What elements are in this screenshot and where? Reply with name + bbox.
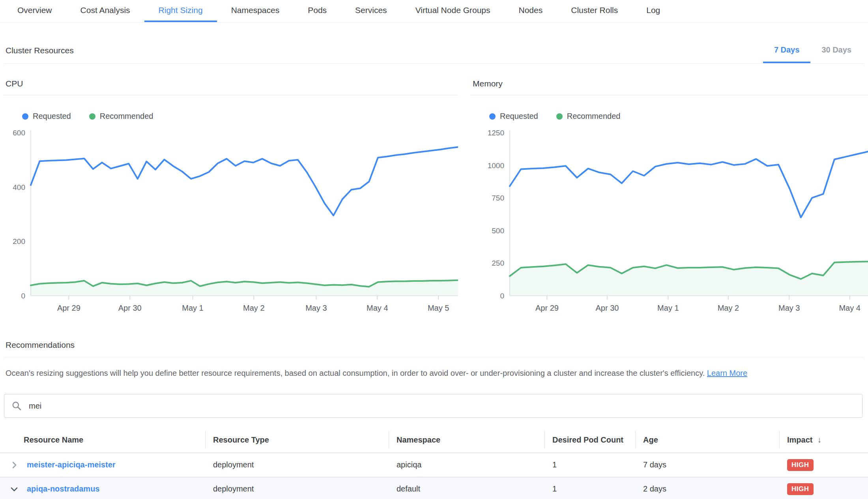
svg-text:Apr 29: Apr 29 (57, 304, 80, 312)
recommendations-description: Ocean's resizing suggestions will help y… (4, 368, 864, 379)
chevron-right-icon[interactable] (9, 460, 19, 470)
recommendations-title: Recommendations (4, 335, 864, 357)
legend-label: Recommended (100, 112, 153, 121)
cluster-resources-title: Cluster Resources (4, 38, 74, 63)
svg-text:May 2: May 2 (243, 304, 264, 312)
column-label: Resource Type (213, 435, 269, 445)
resource-type-cell: deployment (205, 460, 389, 469)
tab-pods[interactable]: Pods (294, 0, 341, 22)
tab-cluster-rolls[interactable]: Cluster Rolls (557, 0, 632, 22)
column-label: Namespace (397, 435, 440, 445)
svg-text:Apr 30: Apr 30 (596, 304, 619, 312)
svg-text:1000: 1000 (488, 161, 504, 170)
cpu-chart: 0200400600Apr 29Apr 30May 1May 2May 3May… (3, 127, 458, 313)
svg-text:600: 600 (13, 129, 25, 137)
svg-text:May 1: May 1 (182, 304, 203, 312)
tab-overview[interactable]: Overview (3, 0, 66, 22)
column-header-resource-name[interactable]: Resource Name (0, 427, 205, 452)
svg-text:0: 0 (500, 292, 504, 300)
legend-label: Recommended (567, 112, 621, 121)
legend-item-requested: Requested (489, 112, 538, 121)
column-label: Resource Name (24, 435, 83, 445)
memory-legend: Requested Recommended (489, 112, 868, 121)
svg-text:May 1: May 1 (657, 304, 679, 312)
svg-text:May 4: May 4 (367, 304, 388, 312)
recommended-dot-icon (89, 113, 95, 120)
cluster-resources-header: Cluster Resources 7 Days30 Days (4, 38, 864, 64)
resource-name-link[interactable]: meister-apiciqa-meister (27, 460, 116, 469)
sort-desc-icon[interactable]: ↓ (817, 435, 821, 445)
requested-dot-icon (489, 113, 496, 120)
range-7-days[interactable]: 7 Days (763, 38, 811, 63)
namespace-cell: default (389, 484, 544, 493)
tab-virtual-node-groups[interactable]: Virtual Node Groups (401, 0, 505, 22)
svg-text:500: 500 (492, 227, 504, 235)
table-row[interactable]: meister-apiciqa-meisterdeploymentapiciqa… (0, 453, 868, 477)
recommended-dot-icon (556, 113, 563, 120)
desired-pod-count-cell: 1 (544, 460, 635, 469)
time-range-toggle: 7 Days30 Days (763, 38, 862, 63)
legend-item-requested: Requested (22, 112, 71, 121)
column-header-age[interactable]: Age (635, 427, 779, 452)
recommendations-table: Resource NameResource TypeNamespaceDesir… (0, 427, 868, 499)
resource-type-cell: deployment (205, 484, 389, 493)
recommendations-section: Recommendations Ocean's resizing suggest… (4, 335, 864, 379)
age-cell: 2 days (635, 484, 779, 493)
svg-text:May 5: May 5 (428, 304, 449, 312)
desired-pod-count-cell: 1 (544, 484, 635, 493)
memory-panel: Memory Requested Recommended 02505007501… (470, 73, 868, 313)
table-header-row: Resource NameResource TypeNamespaceDesir… (0, 427, 868, 453)
impact-badge: HIGH (787, 483, 814, 495)
cpu-panel: CPU Requested Recommended 0200400600Apr … (3, 73, 458, 313)
column-header-desired-pod-count[interactable]: Desired Pod Count (544, 427, 635, 452)
svg-text:0: 0 (21, 292, 25, 300)
legend-label: Requested (33, 112, 71, 121)
tab-namespaces[interactable]: Namespaces (217, 0, 294, 22)
cpu-panel-title: CPU (3, 73, 458, 95)
svg-text:May 3: May 3 (778, 304, 800, 312)
svg-text:400: 400 (13, 183, 25, 191)
tab-nodes[interactable]: Nodes (505, 0, 557, 22)
memory-panel-title: Memory (470, 73, 868, 95)
column-header-impact[interactable]: Impact↓ (779, 427, 868, 452)
resource-name-link[interactable]: apiqa-nostradamus (27, 484, 99, 493)
search-input[interactable] (28, 401, 855, 411)
column-label: Desired Pod Count (552, 435, 623, 445)
legend-label: Requested (500, 112, 538, 121)
column-header-namespace[interactable]: Namespace (389, 427, 544, 452)
learn-more-link[interactable]: Learn More (707, 369, 747, 377)
tab-services[interactable]: Services (341, 0, 401, 22)
tab-cost-analysis[interactable]: Cost Analysis (66, 0, 144, 22)
svg-text:1250: 1250 (488, 129, 504, 137)
age-cell: 7 days (635, 460, 779, 469)
recommendations-text: Ocean's resizing suggestions will help y… (6, 369, 707, 377)
resource-name-cell: apiqa-nostradamus (0, 484, 205, 494)
legend-item-recommended: Recommended (556, 112, 621, 121)
legend-item-recommended: Recommended (89, 112, 153, 121)
range-30-days[interactable]: 30 Days (810, 38, 862, 63)
resource-name-cell: meister-apiciqa-meister (0, 460, 205, 470)
impact-cell: HIGH (779, 459, 868, 471)
cpu-legend: Requested Recommended (22, 112, 458, 121)
svg-text:Apr 30: Apr 30 (118, 304, 142, 312)
tab-bar: OverviewCost AnalysisRight SizingNamespa… (0, 0, 868, 23)
svg-text:May 3: May 3 (305, 304, 327, 312)
table-row[interactable]: apiqa-nostradamusdeploymentdefault12 day… (0, 477, 868, 499)
tab-log[interactable]: Log (632, 0, 674, 22)
column-label: Age (643, 435, 658, 445)
requested-dot-icon (22, 113, 28, 120)
chevron-down-icon[interactable] (9, 484, 19, 494)
column-header-resource-type[interactable]: Resource Type (205, 427, 389, 452)
column-label: Impact (787, 435, 812, 445)
namespace-cell: apiciqa (389, 460, 544, 469)
search-icon (11, 401, 22, 411)
impact-badge: HIGH (787, 459, 814, 471)
svg-text:250: 250 (492, 259, 504, 267)
svg-text:Apr 29: Apr 29 (535, 304, 559, 312)
tab-right-sizing[interactable]: Right Sizing (144, 0, 217, 22)
svg-text:750: 750 (492, 194, 504, 202)
svg-text:May 2: May 2 (718, 304, 739, 312)
search-box[interactable] (4, 394, 862, 418)
memory-chart: 025050075010001250Apr 29Apr 30May 1May 2… (470, 127, 868, 313)
svg-text:May 4: May 4 (839, 304, 860, 312)
